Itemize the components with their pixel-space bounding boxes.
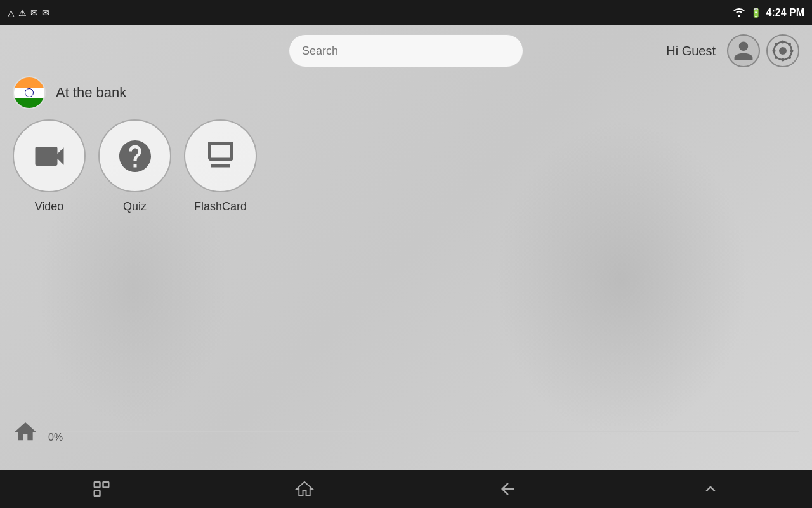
flag-green: [14, 98, 44, 108]
person-icon: [732, 39, 755, 62]
content-icons: Video Quiz FlashCard: [0, 119, 812, 213]
question-icon: [116, 137, 154, 175]
quiz-label: Quiz: [123, 200, 147, 213]
svg-rect-10: [95, 482, 100, 488]
flag-white: [14, 88, 44, 98]
back-button[interactable]: [498, 479, 517, 498]
status-icons-right: 🔋 4:24 PM: [733, 7, 804, 19]
flashcard-circle: [184, 119, 257, 192]
battery-icon: 🔋: [750, 8, 761, 18]
main-content: Hi Guest: [0, 25, 812, 483]
search-input[interactable]: [289, 34, 523, 67]
status-icons-left: △ ⚠ ✉ ✉: [8, 8, 49, 18]
flashcard-item[interactable]: FlashCard: [184, 119, 257, 213]
svg-point-6: [775, 43, 778, 46]
greeting-text: Hi Guest: [666, 44, 716, 58]
svg-point-2: [782, 41, 785, 44]
settings-button[interactable]: [766, 34, 799, 67]
back-icon: [498, 479, 517, 498]
quiz-item[interactable]: Quiz: [98, 119, 171, 213]
video-camera-icon: [30, 137, 69, 175]
home-button[interactable]: [13, 419, 38, 444]
home-icon: [13, 419, 38, 444]
section-title: At the bank: [56, 84, 126, 101]
india-flag: [14, 77, 44, 108]
flag-circle: [13, 76, 46, 109]
svg-point-8: [788, 43, 791, 46]
email-icon: ✉: [30, 8, 38, 18]
svg-point-3: [782, 58, 785, 62]
ashoka-chakra: [25, 88, 34, 97]
home-nav-button[interactable]: [295, 479, 314, 498]
search-container: [289, 34, 523, 67]
video-circle: [13, 119, 86, 192]
alert-icon: ⚠: [18, 8, 27, 18]
top-right-icons: Hi Guest: [666, 34, 799, 67]
svg-rect-11: [103, 482, 109, 488]
svg-point-1: [779, 47, 787, 55]
section-header: At the bank: [0, 76, 812, 109]
recent-apps-button[interactable]: [92, 479, 111, 498]
svg-point-7: [788, 56, 791, 59]
video-item[interactable]: Video: [13, 119, 86, 213]
flag-orange: [14, 77, 44, 88]
flashcard-label: FlashCard: [194, 200, 247, 213]
svg-point-4: [773, 50, 776, 53]
up-icon: [701, 479, 720, 498]
wifi-icon: [733, 7, 745, 19]
progress-container: [48, 431, 799, 432]
progress-bar-area: 0%: [0, 419, 812, 444]
svg-rect-12: [95, 491, 100, 497]
up-button[interactable]: [701, 479, 720, 498]
progress-text: 0%: [48, 432, 799, 443]
recent-apps-icon: [92, 479, 111, 498]
user-avatar[interactable]: [727, 34, 760, 67]
video-label: Video: [35, 200, 64, 213]
status-time: 4:24 PM: [766, 7, 804, 18]
status-bar: △ ⚠ ✉ ✉ 🔋 4:24 PM: [0, 0, 812, 25]
flashcard-icon: [202, 137, 240, 175]
sim-icon: △: [8, 8, 15, 18]
top-bar: Hi Guest: [0, 25, 812, 76]
home-nav-icon: [295, 479, 314, 498]
svg-point-9: [775, 56, 778, 59]
nav-bar: [0, 470, 812, 508]
email-icon2: ✉: [42, 8, 49, 18]
settings-icon: [771, 39, 794, 62]
svg-point-5: [790, 50, 794, 53]
quiz-circle: [98, 119, 171, 192]
